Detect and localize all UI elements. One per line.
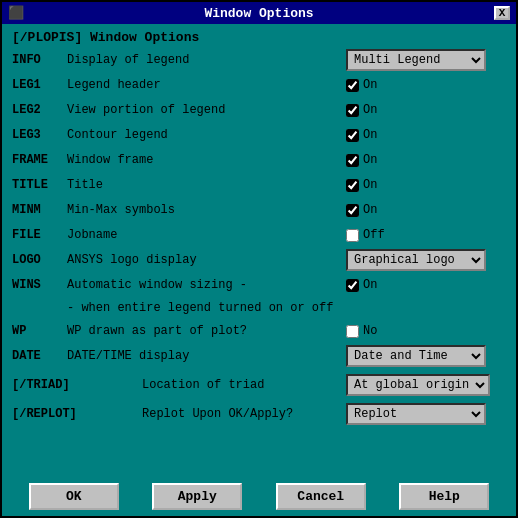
- title-label: Title: [67, 178, 346, 192]
- frame-checkbox[interactable]: [346, 154, 359, 167]
- minm-check-text: On: [363, 203, 377, 217]
- file-checkbox-label[interactable]: Off: [346, 228, 385, 242]
- leg2-check-text: On: [363, 103, 377, 117]
- frame-check-text: On: [363, 153, 377, 167]
- triad-label: Location of triad: [142, 378, 346, 392]
- date-label: DATE/TIME display: [67, 349, 346, 363]
- title-row: TITLE Title On: [12, 174, 506, 196]
- date-row: DATE DATE/TIME display Date and Time Dat…: [12, 345, 506, 367]
- title-key: TITLE: [12, 178, 67, 192]
- main-content: [/PLOPIS] Window Options INFO Display of…: [2, 24, 516, 475]
- frame-label: Window frame: [67, 153, 346, 167]
- wins-key: WINS: [12, 278, 67, 292]
- leg1-checkbox-label[interactable]: On: [346, 78, 377, 92]
- wp-check-text: No: [363, 324, 377, 338]
- leg2-control: On: [346, 103, 506, 117]
- frame-control: On: [346, 153, 506, 167]
- leg1-control: On: [346, 78, 506, 92]
- leg2-label: View portion of legend: [67, 103, 346, 117]
- title-bar: ⬛ Window Options X: [2, 2, 516, 24]
- leg1-label: Legend header: [67, 78, 346, 92]
- leg3-check-text: On: [363, 128, 377, 142]
- minm-key: MINM: [12, 203, 67, 217]
- leg1-row: LEG1 Legend header On: [12, 74, 506, 96]
- title-bar-icon: ⬛: [8, 5, 24, 21]
- leg3-control: On: [346, 128, 506, 142]
- apply-button[interactable]: Apply: [152, 483, 242, 510]
- info-label: Display of legend: [67, 53, 346, 67]
- frame-key: FRAME: [12, 153, 67, 167]
- leg3-row: LEG3 Contour legend On: [12, 124, 506, 146]
- cancel-button[interactable]: Cancel: [276, 483, 366, 510]
- minm-label: Min-Max symbols: [67, 203, 346, 217]
- leg2-checkbox[interactable]: [346, 104, 359, 117]
- leg2-row: LEG2 View portion of legend On: [12, 99, 506, 121]
- wp-checkbox-label[interactable]: No: [346, 324, 377, 338]
- replot-label: Replot Upon OK/Apply?: [142, 407, 346, 421]
- date-control: Date and Time Date only Time only No dis…: [346, 345, 506, 367]
- wp-control: No: [346, 324, 506, 338]
- leg2-checkbox-label[interactable]: On: [346, 103, 377, 117]
- wp-checkbox[interactable]: [346, 325, 359, 338]
- window: ⬛ Window Options X [/PLOPIS] Window Opti…: [0, 0, 518, 518]
- leg3-label: Contour legend: [67, 128, 346, 142]
- wins-check-text: On: [363, 278, 377, 292]
- title-control: On: [346, 178, 506, 192]
- file-check-text: Off: [363, 228, 385, 242]
- logo-key: LOGO: [12, 253, 67, 267]
- minm-checkbox[interactable]: [346, 204, 359, 217]
- leg3-checkbox-label[interactable]: On: [346, 128, 377, 142]
- frame-checkbox-label[interactable]: On: [346, 153, 377, 167]
- file-key: FILE: [12, 228, 67, 242]
- section-header: [/PLOPIS] Window Options: [12, 30, 506, 45]
- file-checkbox[interactable]: [346, 229, 359, 242]
- wins-row: WINS Automatic window sizing - On: [12, 274, 506, 296]
- leg2-key: LEG2: [12, 103, 67, 117]
- leg3-checkbox[interactable]: [346, 129, 359, 142]
- wins-indent-label: - when entire legend turned on or off: [67, 301, 333, 315]
- wins-control: On: [346, 278, 506, 292]
- leg3-key: LEG3: [12, 128, 67, 142]
- minm-checkbox-label[interactable]: On: [346, 203, 377, 217]
- frame-row: FRAME Window frame On: [12, 149, 506, 171]
- replot-row: [/REPLOT] Replot Upon OK/Apply? Replot N…: [12, 403, 506, 425]
- triad-control: At global origin At screen corner No tri…: [346, 374, 506, 396]
- triad-row: [/TRIAD] Location of triad At global ori…: [12, 374, 506, 396]
- triad-key: [/TRIAD]: [12, 378, 142, 392]
- wp-key: WP: [12, 324, 67, 338]
- info-row: INFO Display of legend Multi Legend Sing…: [12, 49, 506, 71]
- file-control: Off: [346, 228, 506, 242]
- wins-label: Automatic window sizing -: [67, 278, 346, 292]
- replot-select[interactable]: Replot No replot: [346, 403, 486, 425]
- title-bar-label: Window Options: [204, 6, 313, 21]
- file-label: Jobname: [67, 228, 346, 242]
- triad-select[interactable]: At global origin At screen corner No tri…: [346, 374, 490, 396]
- logo-control: Graphical logo Text logo No logo: [346, 249, 506, 271]
- file-row: FILE Jobname Off: [12, 224, 506, 246]
- date-select[interactable]: Date and Time Date only Time only No dis…: [346, 345, 486, 367]
- wp-row: WP WP drawn as part of plot? No: [12, 320, 506, 342]
- title-checkbox-label[interactable]: On: [346, 178, 377, 192]
- wins-checkbox-label[interactable]: On: [346, 278, 377, 292]
- info-control: Multi Legend Single Legend No Legend: [346, 49, 506, 71]
- close-button[interactable]: X: [494, 6, 510, 20]
- date-key: DATE: [12, 349, 67, 363]
- leg1-check-text: On: [363, 78, 377, 92]
- logo-select[interactable]: Graphical logo Text logo No logo: [346, 249, 486, 271]
- info-key: INFO: [12, 53, 67, 67]
- help-button[interactable]: Help: [399, 483, 489, 510]
- logo-label: ANSYS logo display: [67, 253, 346, 267]
- minm-row: MINM Min-Max symbols On: [12, 199, 506, 221]
- button-row: OK Apply Cancel Help: [2, 475, 516, 516]
- logo-row: LOGO ANSYS logo display Graphical logo T…: [12, 249, 506, 271]
- wins-checkbox[interactable]: [346, 279, 359, 292]
- wins-indent-row: - when entire legend turned on or off: [12, 299, 506, 317]
- title-checkbox[interactable]: [346, 179, 359, 192]
- info-select[interactable]: Multi Legend Single Legend No Legend: [346, 49, 486, 71]
- leg1-checkbox[interactable]: [346, 79, 359, 92]
- leg1-key: LEG1: [12, 78, 67, 92]
- replot-key: [/REPLOT]: [12, 407, 142, 421]
- title-check-text: On: [363, 178, 377, 192]
- ok-button[interactable]: OK: [29, 483, 119, 510]
- wp-label: WP drawn as part of plot?: [67, 324, 346, 338]
